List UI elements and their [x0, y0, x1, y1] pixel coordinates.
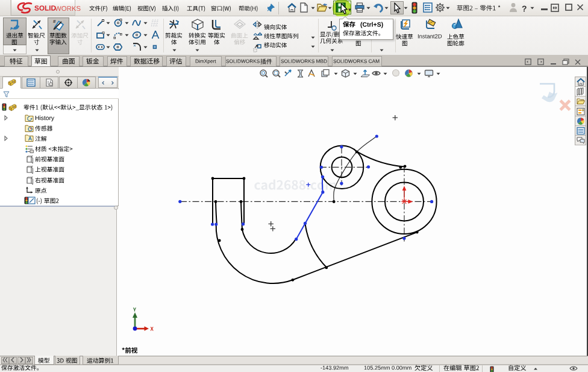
svg-text:#: #	[53, 19, 56, 24]
